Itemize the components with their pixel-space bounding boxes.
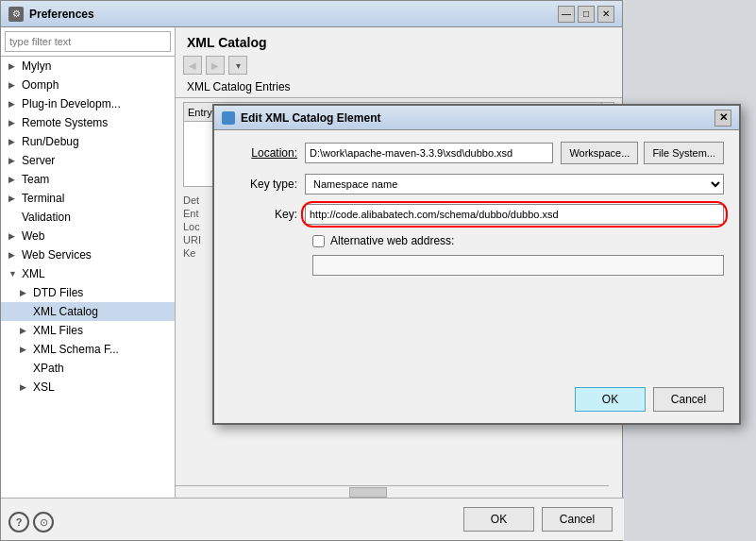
entry-abbr: Ent xyxy=(183,208,199,219)
sidebar-label-team: Team xyxy=(22,173,49,186)
sidebar-item-xml-schema[interactable]: ▶ XML Schema F... xyxy=(1,340,175,359)
filter-box xyxy=(1,27,175,57)
alt-web-label: Alternative web address: xyxy=(330,234,454,247)
sidebar-label-mylyn: Mylyn xyxy=(22,59,51,73)
minimize-button[interactable]: — xyxy=(558,6,575,23)
sidebar-label-xmlcatalog: XML Catalog xyxy=(33,305,98,318)
sidebar-item-run-debug[interactable]: ▶ Run/Debug xyxy=(1,132,175,151)
tree-area: ▶ Mylyn ▶ Oomph ▶ Plug-in Developm... ▶ … xyxy=(1,57,175,498)
key-label: Key: xyxy=(229,208,305,221)
file-system-button[interactable]: File System... xyxy=(644,142,724,164)
key-type-select[interactable]: Namespace name Public ID System ID URI xyxy=(305,174,724,194)
dialog-cancel-button[interactable]: Cancel xyxy=(653,387,724,412)
sidebar-item-validation[interactable]: Validation xyxy=(1,208,175,227)
sidebar-item-web-services[interactable]: ▶ Web Services xyxy=(1,245,175,264)
dialog-title-text: Edit XML Catalog Element xyxy=(241,111,714,125)
dialog-close-button[interactable]: ✕ xyxy=(714,110,731,127)
alt-web-input-row xyxy=(229,255,724,276)
sidebar-label-remote: Remote Systems xyxy=(22,116,108,129)
sidebar-label-web: Web xyxy=(22,229,44,243)
sidebar-item-remote-systems[interactable]: ▶ Remote Systems xyxy=(1,113,175,132)
sidebar-item-xml-catalog[interactable]: XML Catalog xyxy=(1,302,175,321)
filter-input[interactable] xyxy=(5,31,171,52)
workspace-button[interactable]: Workspace... xyxy=(561,142,638,164)
tree-arrow-xsl: ▶ xyxy=(20,382,29,392)
dialog-title-bar: Edit XML Catalog Element ✕ xyxy=(214,106,739,130)
maximize-button[interactable]: □ xyxy=(578,6,595,23)
tree-arrow-team: ▶ xyxy=(8,175,18,184)
tree-arrow-remote: ▶ xyxy=(8,118,18,127)
sidebar-item-terminal[interactable]: ▶ Terminal xyxy=(1,189,175,208)
key-type-label: Key type: xyxy=(229,178,305,191)
sidebar-label-run: Run/Debug xyxy=(22,135,79,148)
tree-arrow-xmlschema: ▶ xyxy=(20,345,29,354)
dialog-body: Location: Workspace... File System... Ke… xyxy=(214,130,739,295)
tree-arrow-terminal: ▶ xyxy=(8,194,18,203)
key-input-container xyxy=(305,204,724,225)
title-bar-buttons: — □ ✕ xyxy=(558,6,614,23)
sidebar-item-oomph[interactable]: ▶ Oomph xyxy=(1,76,175,94)
key-row: Key: xyxy=(229,204,724,225)
sidebar-label-xmlfiles: XML Files xyxy=(33,324,83,337)
tree-arrow-run: ▶ xyxy=(8,137,18,146)
dialog-ok-button[interactable]: OK xyxy=(575,387,646,412)
tree-arrow-webservices: ▶ xyxy=(8,250,18,260)
nav-bar: ◀ ▶ ▾ xyxy=(176,54,622,76)
tree-arrow-xmlfiles: ▶ xyxy=(20,326,29,335)
dialog-title-icon xyxy=(222,111,235,125)
sidebar-item-plugin-dev[interactable]: ▶ Plug-in Developm... xyxy=(1,94,175,113)
help-button[interactable]: ? xyxy=(8,512,29,533)
sidebar-label-webservices: Web Services xyxy=(22,248,92,262)
xml-catalog-header: XML Catalog xyxy=(176,27,622,54)
sidebar-label-xmlschema: XML Schema F... xyxy=(33,343,119,356)
title-bar: ⚙ Preferences — □ ✕ xyxy=(1,1,622,27)
alt-web-row: Alternative web address: xyxy=(229,234,724,247)
sidebar-item-xpath[interactable]: XPath xyxy=(1,359,175,378)
preferences-ok-button[interactable]: OK xyxy=(463,507,534,532)
tree-arrow-server: ▶ xyxy=(8,156,18,165)
sidebar-label-plugin: Plug-in Developm... xyxy=(22,97,121,110)
edit-xml-catalog-dialog: Edit XML Catalog Element ✕ Location: Wor… xyxy=(212,104,741,425)
nav-dropdown-btn[interactable]: ▾ xyxy=(228,56,247,75)
details-text: Det xyxy=(183,194,199,206)
sidebar-item-web[interactable]: ▶ Web xyxy=(1,227,175,245)
uri-abbr: URI xyxy=(183,234,201,245)
sidebar-item-xml-files[interactable]: ▶ XML Files xyxy=(1,321,175,340)
sidebar-item-mylyn[interactable]: ▶ Mylyn xyxy=(1,57,175,76)
tree-arrow-oomph: ▶ xyxy=(8,80,18,90)
sidebar-label-validation: Validation xyxy=(22,211,71,224)
sidebar-item-dtd-files[interactable]: ▶ DTD Files xyxy=(1,283,175,302)
key-input[interactable] xyxy=(305,204,724,225)
sidebar-label-terminal: Terminal xyxy=(22,192,64,205)
tree-arrow-plugin: ▶ xyxy=(8,99,18,109)
sidebar-item-xml[interactable]: ▼ XML xyxy=(1,264,175,283)
location-buttons: Workspace... File System... xyxy=(561,142,724,164)
sidebar-label-oomph: Oomph xyxy=(22,78,59,92)
location-label: Location: xyxy=(229,146,305,160)
tree-arrow-mylyn: ▶ xyxy=(8,61,18,71)
sidebar-label-dtd: DTD Files xyxy=(33,286,83,299)
window-title: Preferences xyxy=(29,8,552,21)
h-scroll-main[interactable] xyxy=(176,485,609,498)
location-row: Location: Workspace... File System... xyxy=(229,142,724,164)
sidebar: ▶ Mylyn ▶ Oomph ▶ Plug-in Developm... ▶ … xyxy=(1,27,176,498)
sidebar-item-xsl[interactable]: ▶ XSL xyxy=(1,378,175,397)
sidebar-item-team[interactable]: ▶ Team xyxy=(1,170,175,189)
nav-forward-btn[interactable]: ▶ xyxy=(206,56,225,75)
sidebar-label-xml: XML xyxy=(22,267,45,280)
sidebar-item-server[interactable]: ▶ Server xyxy=(1,151,175,170)
sidebar-label-server: Server xyxy=(22,154,55,167)
location-input[interactable] xyxy=(305,143,553,163)
preferences-cancel-button[interactable]: Cancel xyxy=(542,507,613,532)
title-bar-icon: ⚙ xyxy=(8,7,24,22)
nav-back-btn[interactable]: ◀ xyxy=(183,56,202,75)
sidebar-label-xsl: XSL xyxy=(33,380,55,394)
entries-label: XML Catalog Entries xyxy=(176,76,622,98)
info-button[interactable]: ⊙ xyxy=(33,512,54,533)
bottom-bar: ? ⊙ OK Cancel xyxy=(1,498,624,540)
close-button[interactable]: ✕ xyxy=(597,6,614,23)
key-type-row: Key type: Namespace name Public ID Syste… xyxy=(229,174,724,194)
alt-web-input[interactable] xyxy=(312,255,724,276)
alt-web-checkbox[interactable] xyxy=(312,235,325,247)
tree-arrow-xml: ▼ xyxy=(8,269,18,279)
